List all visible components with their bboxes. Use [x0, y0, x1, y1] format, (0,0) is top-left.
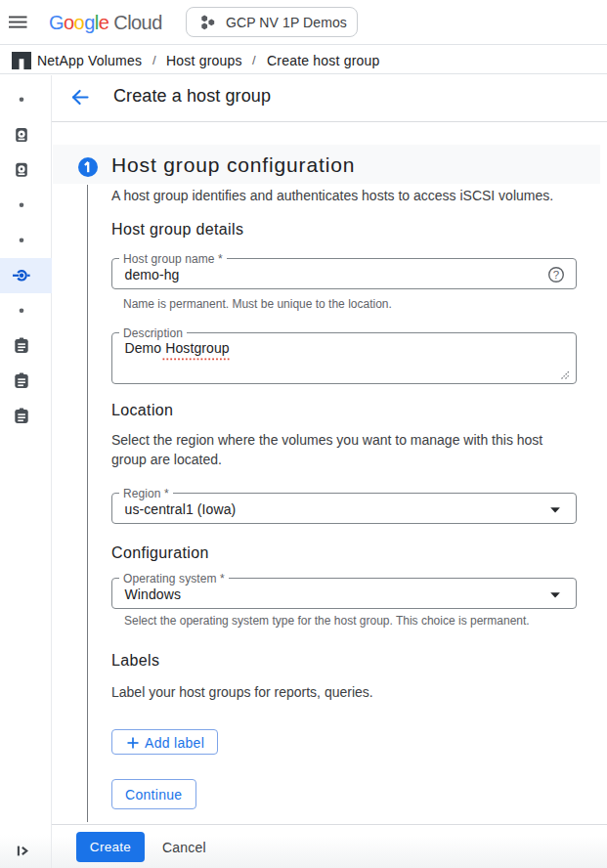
svg-text:?: ?	[553, 269, 559, 281]
